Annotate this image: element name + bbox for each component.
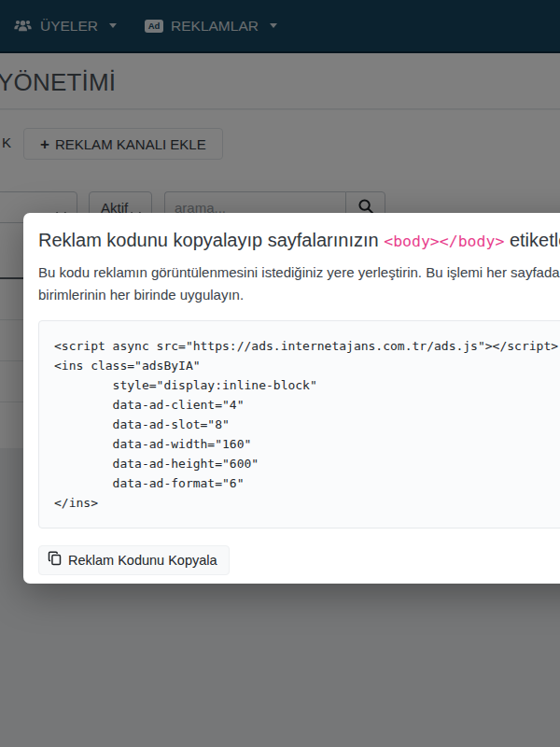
code-line: data-ad-width="160" xyxy=(54,434,560,454)
code-line: </ins> xyxy=(54,493,560,513)
ad-code-block[interactable]: <script async src="https://ads.interneta… xyxy=(38,320,560,529)
code-line: data-ad-slot="8" xyxy=(54,415,560,434)
code-line: data-ad-height="600" xyxy=(54,454,560,473)
code-line: data-ad-client="4" xyxy=(54,395,560,415)
copy-ad-code-button[interactable]: Reklam Kodunu Kopyala xyxy=(38,545,230,575)
modal-description-line2: birimlerinin her birinde uygulayın. xyxy=(38,287,244,303)
copy-button-label: Reklam Kodunu Kopyala xyxy=(68,553,217,568)
copy-icon xyxy=(48,551,62,569)
modal-title-suffix: etiketleri arasına yapıştırın. xyxy=(504,230,560,250)
modal-description-line1: Bu kodu reklamın görüntülenmesini istedi… xyxy=(38,264,560,280)
code-line: style="display:inline-block" xyxy=(54,375,560,395)
code-line: data-ad-format="6" xyxy=(54,473,560,493)
modal-title-prefix: Reklam kodunu kopyalayıp sayfalarınızın xyxy=(38,230,384,250)
modal-description: Bu kodu reklamın görüntülenmesini istedi… xyxy=(38,261,560,306)
screen: ÜYELER Ad REKLAMLAR YÖNETİMİ K + REKLAM … xyxy=(0,0,560,747)
ad-code-modal: Reklam kodunu kopyalayıp sayfalarınızın … xyxy=(23,213,560,584)
modal-title-body-tag-code: <body></body> xyxy=(384,233,504,250)
modal-title: Reklam kodunu kopyalayıp sayfalarınızın … xyxy=(38,227,560,255)
code-line: <script async src="https://ads.interneta… xyxy=(54,336,560,356)
code-line: <ins class="adsByIA" xyxy=(54,356,560,375)
